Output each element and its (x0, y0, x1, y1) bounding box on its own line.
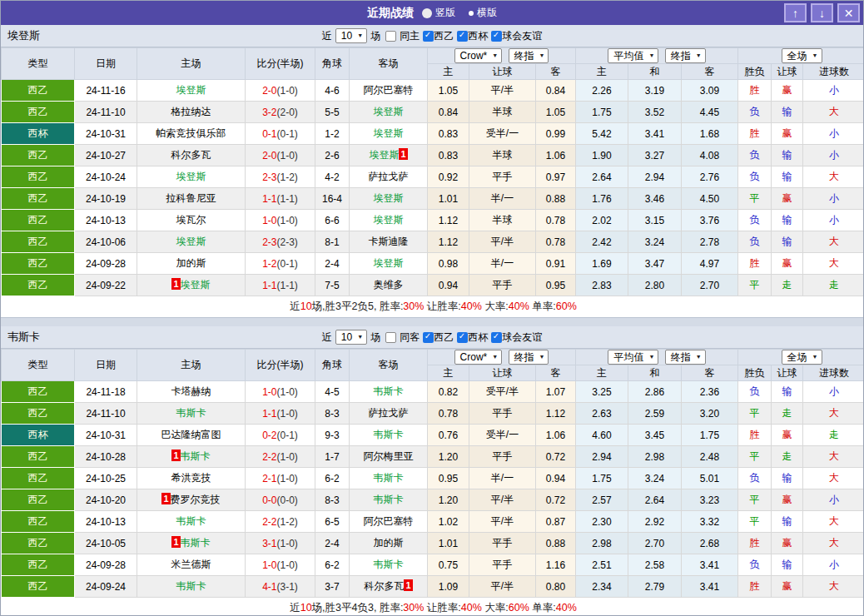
score-cell: 1-0(1-0) (246, 381, 315, 403)
handicap-odds: 受半/一 (469, 425, 536, 446)
home-team-name[interactable]: 拉科鲁尼亚 (166, 192, 216, 204)
handicap-odds: 0.88 (536, 188, 576, 210)
handicap-odds: 0.75 (428, 554, 469, 576)
home-team-cell: 科尔多瓦 (137, 145, 246, 166)
away-team-name[interactable]: 阿尔巴塞特 (364, 515, 414, 527)
away-team-name[interactable]: 加的斯 (374, 537, 404, 549)
away-team-name[interactable]: 韦斯卡 (374, 472, 404, 484)
home-team-name[interactable]: 格拉纳达 (171, 106, 211, 117)
home-team-name[interactable]: 米兰德斯 (171, 559, 211, 570)
away-team-name[interactable]: 阿尔巴塞特 (364, 84, 414, 96)
away-team-name[interactable]: 韦斯卡 (374, 559, 404, 570)
away-team-name[interactable]: 韦斯卡 (374, 429, 404, 440)
score-cell: 4-1(3-1) (246, 576, 315, 598)
away-team-name[interactable]: 萨拉戈萨 (369, 171, 409, 182)
away-team-name[interactable]: 奥维多 (374, 279, 404, 291)
away-team-name[interactable]: 埃登斯 (374, 214, 404, 226)
league-checkbox[interactable] (423, 31, 434, 42)
score-cell: 2-3(1-2) (246, 166, 315, 188)
league-checkbox[interactable] (423, 332, 434, 343)
close-button[interactable]: ✕ (837, 3, 860, 22)
match-count-select[interactable]: 10 ▼ (335, 330, 367, 345)
move-down-button[interactable]: ↓ (811, 3, 833, 22)
fulltime-score: 2-1 (262, 473, 276, 484)
away-team-name[interactable]: 萨拉戈萨 (369, 407, 409, 419)
home-team-name[interactable]: 希洪竞技 (171, 472, 211, 484)
layout-horizontal-radio[interactable]: 横版 (469, 6, 497, 20)
match-row: 西乙24-10-27科尔多瓦2-0(1-0)2-6埃登斯10.83半球1.061… (2, 145, 864, 166)
average-select[interactable]: 平均值▼ (608, 350, 658, 365)
home-team-name[interactable]: 加的斯 (176, 257, 206, 269)
corner-count: 5-5 (315, 102, 350, 123)
bookmaker-select[interactable]: Crow*▼ (454, 350, 503, 365)
home-team-name[interactable]: 科尔多瓦 (171, 149, 211, 161)
fulltime-score: 3-1 (262, 538, 276, 549)
home-team-name[interactable]: 埃登斯 (176, 236, 206, 247)
bookmaker-select[interactable]: Crow*▼ (454, 48, 503, 63)
fulltime-score: 1-1 (262, 193, 276, 205)
match-count-select[interactable]: 10 ▼ (335, 28, 367, 43)
league-checkbox[interactable] (457, 31, 468, 42)
same-venue-checkbox[interactable] (385, 332, 396, 343)
fulltime-score: 1-2 (262, 258, 276, 270)
col-avg-draw: 和 (628, 64, 682, 80)
average-time-select[interactable]: 终指▼ (665, 350, 706, 365)
team-filter-bar: 韦斯卡 近 10 ▼ 场 同客 西乙西杯球会友谊 (1, 326, 863, 349)
home-team-name[interactable]: 埃登斯 (176, 84, 206, 96)
home-team-name[interactable]: 韦斯卡 (176, 515, 206, 527)
home-team-name[interactable]: 埃登斯 (176, 171, 206, 182)
match-type-badge: 西乙 (2, 231, 75, 253)
away-team-name[interactable]: 卡斯迪隆 (369, 236, 409, 247)
home-team-name[interactable]: 帕索竞技俱乐部 (156, 127, 226, 139)
chevron-down-icon: ▼ (696, 50, 702, 62)
corner-count: 6-2 (315, 554, 350, 576)
away-team-name[interactable]: 韦斯卡 (374, 385, 404, 397)
home-team-name[interactable]: 费罗尔竞技 (171, 494, 221, 505)
average-time-select[interactable]: 终指▼ (665, 48, 706, 63)
home-team-name[interactable]: 巴达隆纳富图 (161, 429, 221, 440)
match-date: 24-09-22 (75, 275, 137, 296)
odds-time-select[interactable]: 终指▼ (509, 48, 549, 63)
halftime-score: (0-1) (277, 258, 298, 270)
away-team-name[interactable]: 韦斯卡 (374, 494, 404, 505)
away-team-name[interactable]: 埃登斯 (369, 149, 399, 161)
league-checkbox[interactable] (457, 332, 468, 343)
average-odds: 2.86 (628, 381, 682, 403)
match-type-badge: 西乙 (2, 468, 75, 489)
home-team-name[interactable]: 韦斯卡 (181, 450, 211, 462)
home-team-name[interactable]: 韦斯卡 (181, 537, 211, 549)
fulltime-score: 2-3 (262, 236, 276, 248)
home-team-name[interactable]: 埃登斯 (181, 279, 211, 291)
average-odds: 3.76 (682, 210, 738, 231)
handicap-odds: 0.80 (536, 576, 576, 598)
result-wdl: 负 (738, 210, 772, 231)
away-team-name[interactable]: 科尔多瓦 (364, 580, 404, 592)
period-select[interactable]: 全场▼ (782, 48, 822, 63)
away-team-name[interactable]: 埃登斯 (374, 127, 404, 139)
matches-table: 类型 日期 主场 比分(半场) 角球 客场 Crow*▼ 终指▼ 平均值▼ 终指… (1, 47, 864, 318)
radio-unselected-icon (469, 11, 474, 16)
away-team-name[interactable]: 埃登斯 (374, 192, 404, 204)
average-select[interactable]: 平均值▼ (608, 48, 658, 63)
away-team-name[interactable]: 阿尔梅里亚 (364, 450, 414, 462)
home-team-name[interactable]: 卡塔赫纳 (171, 385, 211, 397)
home-team-name[interactable]: 韦斯卡 (176, 407, 206, 419)
away-team-cell: 埃登斯 (350, 102, 428, 123)
period-select[interactable]: 全场▼ (782, 350, 822, 365)
summary-stat-label: 场,胜3平4负3, 胜率: (312, 602, 404, 614)
odds-time-select[interactable]: 终指▼ (509, 350, 549, 365)
fulltime-score: 3-2 (262, 107, 276, 118)
league-checkbox[interactable] (491, 332, 502, 343)
away-team-name[interactable]: 埃登斯 (374, 106, 404, 117)
move-up-button[interactable]: ↑ (784, 3, 807, 22)
titlebar-buttons: ↑ ↓ ✕ (784, 3, 860, 22)
league-checkbox[interactable] (491, 31, 502, 42)
home-team-name[interactable]: 韦斯卡 (176, 580, 206, 592)
same-venue-checkbox[interactable] (385, 31, 396, 42)
fulltime-score: 2-0 (262, 85, 276, 97)
home-team-name[interactable]: 埃瓦尔 (176, 214, 206, 226)
match-type-badge: 西乙 (2, 554, 75, 576)
away-team-name[interactable]: 埃登斯 (374, 257, 404, 269)
layout-vertical-radio[interactable]: 竖版 (422, 6, 455, 20)
summary-stat-value: 40% (461, 602, 482, 614)
